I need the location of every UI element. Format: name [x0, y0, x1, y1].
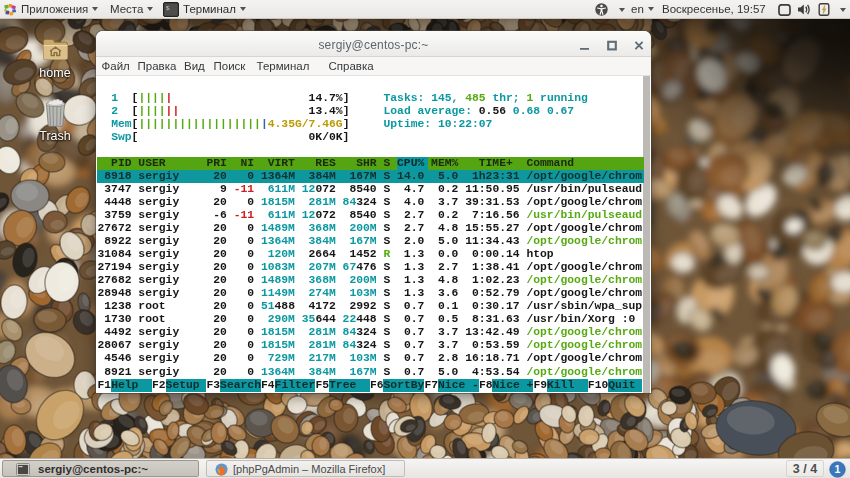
svg-text:1: 1 — [835, 463, 841, 475]
svg-text:$: $ — [166, 5, 170, 12]
